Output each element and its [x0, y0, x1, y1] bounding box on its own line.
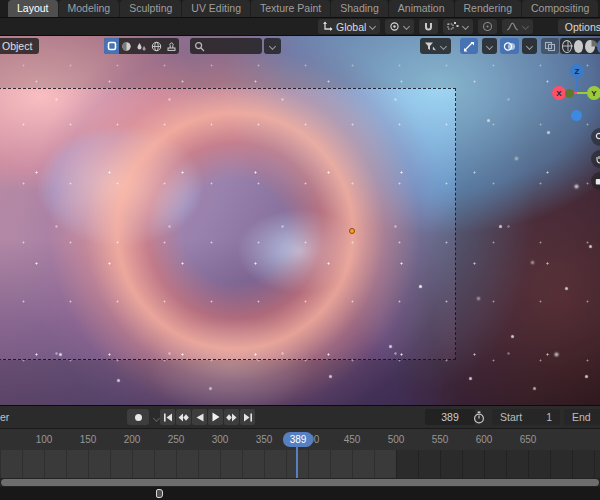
ruler-tick-label: 550 [432, 434, 449, 445]
transform-orientation-dropdown[interactable]: Global [318, 19, 380, 34]
ruler-tick-label: 500 [388, 434, 405, 445]
play-reverse-button[interactable] [192, 409, 207, 425]
stamp-icon[interactable] [164, 38, 179, 54]
timeline-header: er 389 [0, 405, 600, 428]
object-origin-dot[interactable] [349, 228, 355, 234]
timeline-menu-partial[interactable]: er [0, 411, 9, 423]
chevron-down-icon [526, 43, 533, 50]
axis-z-ball[interactable]: Z [570, 64, 584, 78]
snap-target-dropdown[interactable] [443, 19, 473, 34]
ruler-tick-label: 650 [520, 434, 537, 445]
chevron-down-icon [522, 23, 529, 30]
search-input[interactable] [208, 41, 258, 52]
magnet-icon [423, 21, 434, 32]
shading-rendered-icon[interactable] [597, 40, 600, 53]
stars [0, 36, 1, 37]
object-visibility-filter[interactable] [420, 38, 451, 54]
mode-icon-group [104, 38, 179, 54]
camera-icon [595, 177, 600, 186]
overlays-dropdown[interactable] [522, 38, 537, 54]
axis-x-ball[interactable]: X [552, 86, 566, 100]
proportional-falloff-dropdown[interactable] [502, 19, 533, 34]
options-button[interactable]: Options [558, 19, 600, 34]
pointer-icon [156, 489, 163, 498]
scrollbar-thumb[interactable] [1, 479, 599, 486]
tab-shading[interactable]: Shading [331, 0, 388, 17]
pivot-icon [389, 21, 400, 32]
play-button[interactable] [208, 409, 223, 425]
tab-compositing[interactable]: Compositing [522, 0, 598, 17]
timeline-tracks[interactable] [0, 450, 600, 478]
chevron-down-icon [462, 23, 469, 30]
tab-sculpting[interactable]: Sculpting [120, 0, 181, 17]
overlays-icon [503, 41, 516, 52]
ruler-tick-label: 450 [344, 434, 361, 445]
selected-mode-icon[interactable] [104, 38, 119, 54]
object-menu-label: Object [2, 40, 32, 52]
tab-texture-paint[interactable]: Texture Paint [251, 0, 330, 17]
visibility-filter-icon [424, 41, 437, 52]
axis-y-neg-ball[interactable] [565, 89, 574, 98]
header-collapse-dropdown[interactable] [264, 38, 281, 54]
tab-rendering[interactable]: Rendering [455, 0, 521, 17]
snap-target-icon [447, 21, 459, 32]
prev-keyframe-button[interactable] [176, 409, 191, 425]
xray-toggle[interactable] [541, 38, 559, 54]
viewport-3d[interactable]: Object [0, 36, 600, 405]
tab-animation[interactable]: Animation [389, 0, 454, 17]
shading-wireframe-icon[interactable] [562, 40, 572, 53]
next-keyframe-button[interactable] [224, 409, 239, 425]
use-preview-range-button[interactable] [470, 409, 488, 425]
ruler-tick-label: 200 [124, 434, 141, 445]
navigation-gizmo[interactable]: Z X Y [545, 58, 600, 128]
workspace-tabs: Layout Modeling Sculpting UV Editing Tex… [0, 0, 598, 17]
stopwatch-icon [473, 411, 485, 424]
axis-x-label: X [556, 89, 561, 98]
ruler-tick-label: 600 [476, 434, 493, 445]
start-value: 1 [546, 411, 552, 423]
axis-z-neg-ball[interactable] [571, 110, 582, 121]
sphere-icon[interactable] [119, 38, 134, 54]
overlays-toggle[interactable] [500, 38, 519, 54]
paint-drops-icon[interactable] [134, 38, 149, 54]
auto-keying-dropdown-icon[interactable] [153, 415, 160, 422]
current-frame-field[interactable]: 389 [425, 409, 475, 425]
shading-solid-icon[interactable] [574, 40, 583, 53]
playhead-frame-value: 389 [290, 434, 307, 445]
jump-to-start-button[interactable] [160, 409, 175, 425]
viewport-search[interactable] [190, 38, 262, 54]
axis-y-label: Y [591, 89, 596, 98]
gizmo-icon [463, 41, 475, 52]
ruler-tick-label: 250 [168, 434, 185, 445]
tool-settings-bar: Global [0, 18, 600, 36]
timeline-ruler[interactable]: 0 100 150 200 250 300 350 400 450 500 55… [0, 428, 600, 450]
magnifier-icon [595, 132, 600, 142]
pivot-point-dropdown[interactable] [385, 19, 414, 34]
proportional-editing-toggle[interactable] [478, 19, 497, 34]
object-menu[interactable]: Object [0, 38, 39, 54]
tab-modeling[interactable]: Modeling [59, 0, 120, 17]
playhead-line[interactable] [296, 446, 298, 478]
axis-z-label: Z [575, 67, 580, 76]
end-label: End [572, 411, 591, 423]
playhead-badge[interactable]: 389 [283, 432, 313, 447]
hand-icon [595, 154, 600, 164]
frame-end-field[interactable]: End 50 [564, 409, 600, 425]
blender-window: Layout Modeling Sculpting UV Editing Tex… [0, 0, 600, 500]
tab-layout[interactable]: Layout [8, 0, 58, 17]
globe-icon[interactable] [149, 38, 164, 54]
snap-toggle[interactable] [419, 19, 438, 34]
auto-keying-button[interactable] [127, 409, 149, 425]
frame-start-field[interactable]: Start 1 [492, 409, 560, 425]
tab-uv-editing[interactable]: UV Editing [182, 0, 250, 17]
gizmos-dropdown[interactable] [482, 38, 497, 54]
shading-material-icon[interactable] [585, 40, 594, 53]
chevron-down-icon [269, 43, 276, 50]
chevron-down-icon [369, 23, 376, 30]
record-icon [135, 414, 142, 421]
gizmos-toggle[interactable] [460, 38, 478, 54]
jump-to-end-button[interactable] [240, 409, 255, 425]
axis-y-ball[interactable]: Y [587, 86, 600, 100]
timeline-scrollbar [0, 478, 600, 487]
topbar: Layout Modeling Sculpting UV Editing Tex… [0, 0, 600, 18]
